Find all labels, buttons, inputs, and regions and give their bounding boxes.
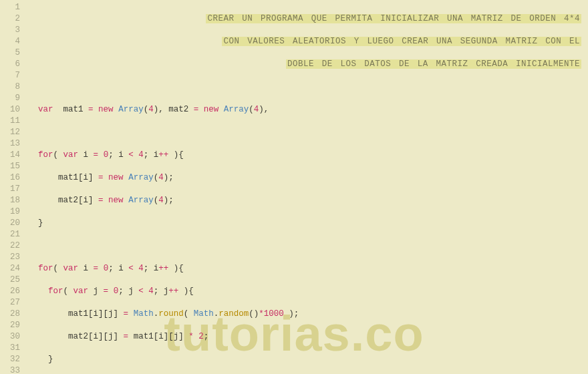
code-line: for( var i = 0; i < 4; i++ ){: [28, 150, 585, 161]
code-line: [28, 240, 585, 252]
code-line: mat1[i] = new Array(4);: [28, 172, 585, 184]
code-line: mat2[i] = new Array(4);: [28, 195, 585, 206]
code-editor: 1234567891011121314151617181920212223242…: [0, 0, 588, 374]
line-number: 19: [3, 206, 20, 218]
line-number: 16: [3, 172, 20, 184]
line-number: 32: [3, 354, 20, 365]
line-number: 27: [3, 297, 20, 309]
line-number: 9: [3, 93, 20, 104]
code-area[interactable]: CREAR UN PROGRAMA QUE PERMITA INICIALIZA…: [25, 0, 588, 374]
line-number: 23: [3, 252, 20, 263]
comment-line: CON VALORES ALEATORIOS Y LUEGO CREAR UNA…: [28, 36, 585, 47]
line-number: 7: [3, 70, 20, 81]
line-number: 33: [3, 365, 20, 374]
line-number: 11: [3, 116, 20, 127]
line-number: 28: [3, 309, 20, 320]
line-number: 18: [3, 195, 20, 206]
line-number: 13: [3, 138, 20, 150]
line-number: 21: [3, 229, 20, 240]
line-number: 8: [3, 81, 20, 93]
code-line: [28, 81, 585, 93]
comment-line: DOBLE DE LOS DATOS DE LA MATRIZ CREADA I…: [28, 59, 585, 70]
line-number: 6: [3, 59, 20, 70]
code-line: [28, 127, 585, 138]
line-gutter: 1234567891011121314151617181920212223242…: [0, 0, 25, 374]
line-number: 4: [3, 36, 20, 47]
line-number: 20: [3, 218, 20, 229]
line-number: 31: [3, 343, 20, 354]
line-number: 14: [3, 150, 20, 161]
line-number: 3: [3, 25, 20, 36]
code-line: mat2[i][j] = mat1[i][j] * 2;: [28, 331, 585, 343]
line-number: 29: [3, 320, 20, 331]
line-number: 10: [3, 104, 20, 116]
line-number: 22: [3, 240, 20, 252]
comment-line: CREAR UN PROGRAMA QUE PERMITA INICIALIZA…: [28, 13, 585, 25]
code-line: for( var j = 0; j < 4; j++ ){: [28, 286, 585, 297]
code-line: }: [28, 354, 585, 365]
line-number: 17: [3, 184, 20, 195]
code-line: }: [28, 218, 585, 229]
code-line: var mat1 = new Array(4), mat2 = new Arra…: [28, 104, 585, 116]
line-number: 25: [3, 274, 20, 286]
line-number: 5: [3, 47, 20, 59]
line-number: 15: [3, 161, 20, 172]
line-number: 30: [3, 331, 20, 343]
line-number: 12: [3, 127, 20, 138]
code-line: for( var i = 0; i < 4; i++ ){: [28, 263, 585, 274]
line-number: 26: [3, 286, 20, 297]
line-number: 24: [3, 263, 20, 274]
line-number: 2: [3, 13, 20, 25]
code-line: mat1[i][j] = Math.round( Math.random()*1…: [28, 309, 585, 320]
line-number: 1: [3, 2, 20, 13]
